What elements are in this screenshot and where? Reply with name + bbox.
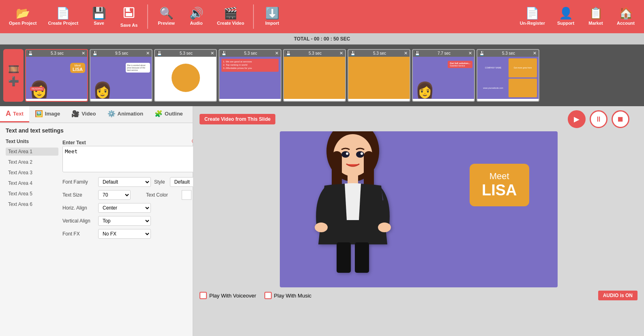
- tab-animation[interactable]: ⚙️ Animation: [102, 106, 149, 122]
- slide-content-6: [348, 57, 410, 99]
- slide-thumb-7[interactable]: 💾 7.7 sec ✕ 👩 Get full solution... Satis…: [412, 49, 475, 102]
- slide-thumb-4[interactable]: 💾 5.3 sec ✕ 1. We are good at services 2…: [219, 49, 281, 102]
- slide-close-7[interactable]: ✕: [468, 51, 472, 56]
- toolbar: 📂 Open Project 📄 Create Project 💾 Save S…: [0, 0, 644, 33]
- font-fx-label: Font FX: [62, 231, 95, 237]
- audio-label: Audio: [190, 21, 202, 26]
- stop-icon: ⏹: [617, 115, 624, 124]
- music-checkbox[interactable]: [264, 292, 272, 299]
- text-input[interactable]: Meet: [62, 146, 202, 172]
- save-as-button[interactable]: Save As: [115, 4, 143, 30]
- text-area-item-5[interactable]: Text Area 5: [6, 190, 58, 198]
- style-label: Style: [154, 179, 165, 185]
- svg-rect-2: [126, 13, 132, 16]
- create-video-icon: 🎬: [223, 8, 238, 19]
- account-button[interactable]: 🏠 Account: [612, 5, 640, 28]
- pause-button[interactable]: ⏸: [590, 110, 608, 128]
- text-settings-grid: Text Units Text Area 1 Text Area 2 Text …: [6, 139, 187, 242]
- save-button[interactable]: 💾 Save: [85, 5, 113, 28]
- font-fx-select[interactable]: No FX: [98, 229, 151, 239]
- save-label: Save: [94, 21, 104, 26]
- text-color-swatch[interactable]: [182, 190, 191, 200]
- market-button[interactable]: 📋 Market: [582, 5, 610, 28]
- text-area-item-6[interactable]: Text Area 6: [6, 200, 58, 208]
- slide-thumb-5[interactable]: 💾 5.3 sec ✕: [283, 49, 346, 102]
- open-project-button[interactable]: 📂 Open Project: [4, 5, 41, 28]
- preview-button[interactable]: 🔍 Preview: [152, 5, 180, 28]
- voiceover-checkbox[interactable]: [200, 292, 207, 299]
- toolbar-divider-1: [147, 4, 148, 29]
- text-area-item-2[interactable]: Text Area 2: [6, 158, 58, 166]
- slide-thumb-3[interactable]: 💾 5.3 sec ✕: [154, 49, 217, 102]
- create-video-button[interactable]: 🎬 Create Video: [212, 5, 249, 28]
- un-register-button[interactable]: 📄 Un-Register: [515, 5, 550, 28]
- font-family-select[interactable]: Default: [98, 177, 151, 187]
- slide-close-4[interactable]: ✕: [275, 51, 279, 56]
- slide-content-1: 👩 Meet LISA READING: [26, 57, 87, 99]
- vertical-align-select[interactable]: Top: [98, 216, 151, 226]
- slide-close-1[interactable]: ✕: [82, 51, 85, 56]
- slide8-grid: COMPANY NAME Get more grow here www.your…: [479, 58, 537, 97]
- text-units-column: Text Units Text Area 1 Text Area 2 Text …: [6, 139, 58, 242]
- text-area-item-1[interactable]: Text Area 1: [6, 148, 58, 156]
- tab-text[interactable]: A Text: [0, 106, 29, 122]
- preview-icon: 🔍: [159, 8, 174, 19]
- tabs-row: A Text 🖼️ Image 🎥 Video ⚙️ Animation 🧩 O…: [0, 106, 193, 123]
- slide-header-1: 💾 5.3 sec ✕: [26, 50, 87, 57]
- tab-outline[interactable]: 🧩 Outline: [149, 106, 189, 122]
- create-video-label: Create Video: [217, 21, 244, 26]
- slide-close-5[interactable]: ✕: [339, 51, 343, 56]
- slide-thumb-6[interactable]: 💾 5.3 sec ✕: [348, 49, 410, 102]
- panel-content: Text and text settings Text Units Text A…: [0, 123, 193, 246]
- tab-outline-icon: 🧩: [155, 110, 163, 118]
- market-label: Market: [588, 21, 603, 26]
- tab-outline-label: Outline: [165, 111, 183, 117]
- slide-duration-5: 5.3 sec: [309, 51, 322, 56]
- slide-close-2[interactable]: ✕: [146, 51, 150, 56]
- svg-point-11: [341, 151, 350, 158]
- save-icon: 💾: [92, 8, 106, 19]
- slide8-cell-4: [509, 79, 537, 98]
- slide-content-7: 👩 Get full solution... Satisfied Service: [413, 57, 474, 99]
- preview-lisa-text: LISA: [482, 182, 517, 199]
- tab-video[interactable]: 🎥 Video: [66, 106, 101, 122]
- slide-close-3[interactable]: ✕: [210, 51, 214, 56]
- voiceover-checkbox-group: Play With Voiceover: [200, 292, 256, 299]
- add-slide-button[interactable]: 🎞️ ➕: [3, 49, 24, 102]
- text-area-item-4[interactable]: Text Area 4: [6, 179, 58, 187]
- slide-save-icon-1: 💾: [28, 51, 33, 56]
- svg-point-9: [315, 223, 328, 232]
- music-label: Play With Music: [274, 293, 311, 299]
- slide3-background: [155, 57, 216, 99]
- preview-footer: Play With Voiceover Play With Music AUDI…: [200, 291, 638, 300]
- svg-rect-16: [355, 242, 369, 273]
- slide-thumb-8[interactable]: 💾 5.3 sec ✕ COMPANY NAME Get more grow h…: [477, 49, 539, 102]
- create-project-button[interactable]: 📄 Create Project: [43, 5, 83, 28]
- panel-title: Text and text settings: [6, 127, 187, 134]
- import-button[interactable]: ⬇️ Import: [258, 5, 286, 28]
- audio-button[interactable]: 🔊 Audio: [182, 5, 210, 28]
- slide-close-8[interactable]: ✕: [533, 51, 537, 56]
- slide-duration-2: 9.5 sec: [115, 51, 128, 56]
- support-label: Support: [557, 21, 574, 26]
- slide-duration-4: 5.3 sec: [244, 51, 257, 56]
- text-size-select[interactable]: 70: [98, 190, 131, 200]
- slide-save-icon-4: 💾: [221, 51, 226, 56]
- audio-on-button[interactable]: AUDIO is ON: [598, 291, 638, 300]
- create-video-from-slide-button[interactable]: Create Video from This Slide: [200, 114, 275, 124]
- play-button[interactable]: ▶: [568, 110, 586, 128]
- horiz-align-select[interactable]: Center: [98, 203, 151, 213]
- slide-close-6[interactable]: ✕: [404, 51, 408, 56]
- stop-button[interactable]: ⏹: [612, 110, 629, 128]
- open-project-label: Open Project: [9, 21, 36, 26]
- text-area-item-3[interactable]: Text Area 3: [6, 169, 58, 177]
- slide-thumb-1[interactable]: 💾 5.3 sec ✕ 👩 Meet LISA READING: [25, 49, 88, 102]
- slide3-circle: [172, 64, 200, 92]
- slide-thumb-2[interactable]: 💾 9.5 sec ✕ 👩 She is worried about price…: [90, 49, 152, 102]
- slide7-background: 👩 Get full solution... Satisfied Service: [413, 57, 474, 99]
- slide7-character: 👩: [415, 81, 434, 99]
- tab-image[interactable]: 🖼️ Image: [29, 106, 66, 122]
- tab-text-icon: A: [6, 109, 11, 118]
- slide-save-icon-3: 💾: [157, 51, 162, 56]
- support-button[interactable]: 👤 Support: [552, 5, 580, 28]
